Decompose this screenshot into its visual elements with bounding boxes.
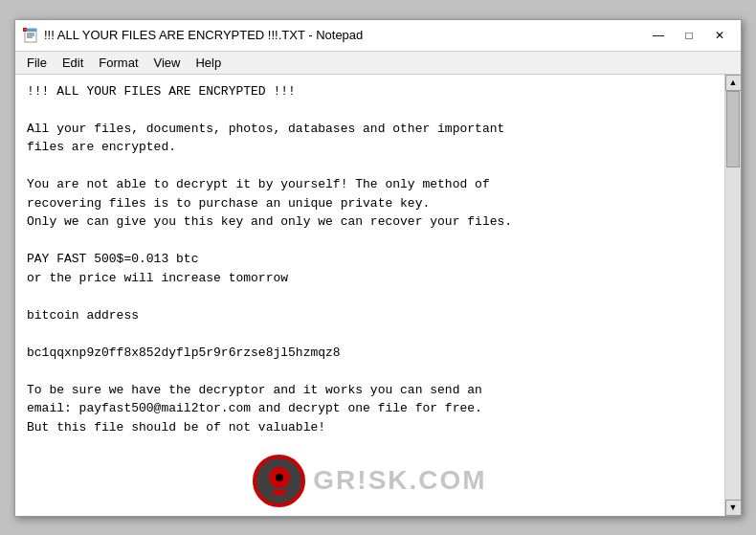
- scroll-down-button[interactable]: ▼: [725, 500, 742, 516]
- svg-text:!!!: !!!: [24, 28, 27, 32]
- menu-format[interactable]: Format: [91, 54, 145, 72]
- window-title: !!! ALL YOUR FILES ARE ENCRYPTED !!!.TXT…: [44, 28, 645, 42]
- menu-edit[interactable]: Edit: [55, 54, 91, 72]
- window-controls: — □ ✕: [645, 26, 733, 45]
- vertical-scrollbar[interactable]: ▲ ▼: [724, 75, 741, 516]
- menu-help[interactable]: Help: [188, 54, 229, 72]
- notepad-window: !!! !!! ALL YOUR FILES ARE ENCRYPTED !!!…: [14, 19, 742, 517]
- menu-bar: File Edit Format View Help: [15, 52, 741, 75]
- minimize-button[interactable]: —: [645, 26, 672, 45]
- menu-view[interactable]: View: [146, 54, 189, 72]
- close-button[interactable]: ✕: [706, 26, 733, 45]
- scroll-up-button[interactable]: ▲: [725, 75, 742, 91]
- title-bar: !!! !!! ALL YOUR FILES ARE ENCRYPTED !!!…: [15, 20, 741, 52]
- content-area: !!! ALL YOUR FILES ARE ENCRYPTED !!! All…: [15, 75, 741, 516]
- menu-file[interactable]: File: [19, 54, 55, 72]
- scrollbar-thumb[interactable]: [726, 91, 740, 167]
- scrollbar-track[interactable]: [725, 91, 741, 500]
- note-text[interactable]: !!! ALL YOUR FILES ARE ENCRYPTED !!! All…: [15, 75, 724, 516]
- maximize-button[interactable]: □: [676, 26, 702, 45]
- notepad-icon: !!!: [23, 28, 38, 43]
